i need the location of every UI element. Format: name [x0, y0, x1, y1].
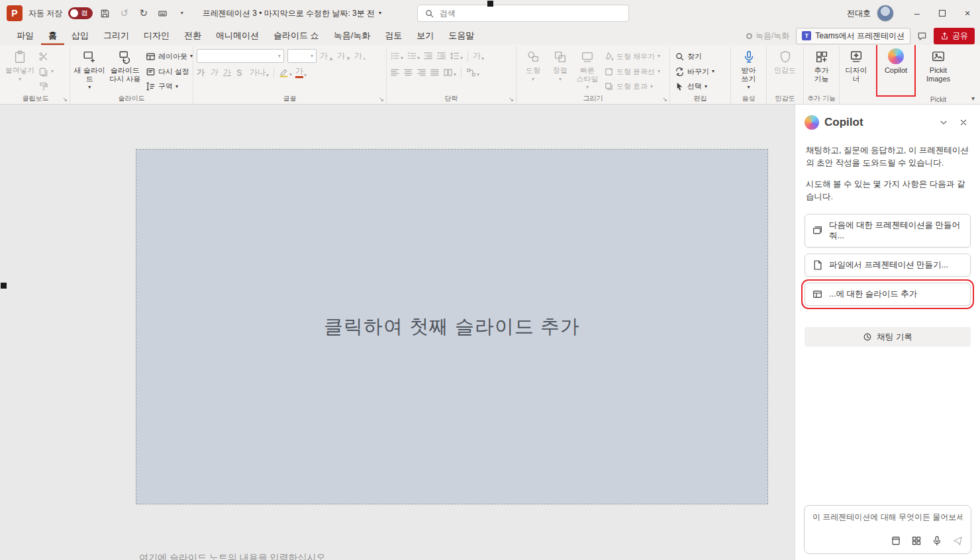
increase-font-size-button[interactable]: 가▲ — [320, 50, 334, 62]
convert-to-smartart-button[interactable]: ▾ — [466, 68, 479, 77]
shapes-button[interactable]: 도형▾ — [520, 48, 546, 93]
underline-button[interactable]: 가 — [223, 67, 233, 78]
numbering-button[interactable]: ▾ — [407, 51, 420, 61]
copilot-button[interactable]: Copilot — [880, 46, 912, 75]
text-shadow-button[interactable]: S — [236, 68, 246, 77]
group-sensitivity: 민감도 민감도 — [767, 46, 804, 104]
font-name-select[interactable]: ▾ — [197, 49, 284, 63]
columns-button[interactable]: ▾ — [443, 68, 456, 77]
align-center-button[interactable] — [403, 68, 413, 77]
dialog-launcher-icon[interactable]: ↘ — [509, 97, 514, 103]
shape-outline-button[interactable]: 도형 윤곽선▾ — [603, 65, 665, 79]
powerpoint-app-icon[interactable]: P — [7, 5, 23, 21]
tab-insert[interactable]: 삽입 — [64, 26, 96, 45]
slide[interactable]: 클릭하여 첫째 슬라이드 추가 — [136, 149, 768, 504]
bullets-button[interactable]: ▾ — [390, 51, 403, 61]
touch-mouse-mode-icon[interactable] — [156, 6, 170, 21]
line-spacing-button[interactable]: ▾ — [450, 51, 463, 61]
bold-button[interactable]: 가 — [197, 67, 207, 78]
pane-collapse-icon[interactable] — [936, 115, 951, 130]
chat-history-button[interactable]: 채팅 기록 — [805, 327, 971, 347]
insert-slide-icon[interactable] — [891, 536, 901, 548]
align-left-button[interactable] — [390, 68, 400, 77]
dialog-launcher-icon[interactable]: ↘ — [62, 97, 68, 103]
new-slide-button[interactable]: 새 슬라이드▾ — [74, 48, 106, 93]
tab-record[interactable]: 녹음/녹화 — [326, 26, 378, 45]
decrease-font-size-button[interactable]: 가▼ — [337, 50, 351, 62]
dictate-mic-icon[interactable] — [932, 536, 942, 548]
reuse-slides-button[interactable]: 슬라이드다시 사용 — [108, 48, 142, 93]
chat-input[interactable] — [812, 512, 963, 522]
tab-design[interactable]: 디자인 — [136, 26, 177, 45]
tab-help[interactable]: 도움말 — [441, 26, 481, 45]
tab-slideshow[interactable]: 슬라이드 쇼 — [266, 26, 326, 45]
increase-indent-button[interactable] — [436, 51, 446, 61]
tab-transitions[interactable]: 전환 — [177, 26, 209, 45]
align-right-button[interactable] — [416, 68, 426, 77]
copy-button[interactable]: ▾ — [37, 65, 55, 79]
apps-grid-icon[interactable] — [911, 536, 922, 548]
close-button[interactable]: × — [955, 0, 980, 26]
quick-styles-button[interactable]: 빠른스타일▾ — [574, 48, 601, 93]
tab-review[interactable]: 검토 — [377, 26, 409, 45]
present-in-teams-button[interactable]: T Teams에서 프레젠테이션 — [796, 28, 910, 44]
shape-effects-button[interactable]: 도형 효과▾ — [603, 79, 665, 93]
record-button[interactable]: 녹음/녹화 — [746, 30, 789, 42]
reset-button[interactable]: 다시 설정 — [144, 65, 189, 79]
document-title[interactable]: 프레젠테이션 3 • 마지막으로 수정한 날짜: 3분 전 ▾ — [203, 8, 381, 19]
font-color-button[interactable]: 가▾ — [295, 67, 307, 77]
avatar[interactable] — [877, 5, 894, 22]
undo-icon[interactable]: ↺ — [118, 6, 131, 21]
sensitivity-button[interactable]: 민감도 — [770, 48, 800, 93]
text-direction-button[interactable]: 가▾ — [473, 50, 484, 62]
slide-placeholder-text[interactable]: 클릭하여 첫째 슬라이드 추가 — [324, 314, 580, 340]
notes-placeholder[interactable]: 여기에 슬라이드 노트의 내용을 입력하십시오 — [139, 552, 326, 560]
share-button[interactable]: 공유 — [934, 28, 975, 44]
quick-access-chevron-icon[interactable]: ▾ — [175, 6, 189, 21]
send-icon[interactable] — [952, 536, 963, 548]
slide-editor-canvas[interactable]: 클릭하여 첫째 슬라이드 추가 여기에 슬라이드 노트의 내용을 입력하십시오 — [0, 105, 795, 560]
decrease-indent-button[interactable] — [423, 51, 433, 61]
minimize-button[interactable]: – — [905, 0, 930, 26]
justify-button[interactable] — [430, 68, 440, 77]
font-size-select[interactable]: ▾ — [287, 49, 317, 63]
tab-draw[interactable]: 그리기 — [96, 26, 136, 45]
search-input[interactable] — [440, 9, 622, 18]
cut-button[interactable] — [37, 50, 55, 64]
select-button[interactable]: 선택▾ — [673, 79, 716, 93]
tab-view[interactable]: 보기 — [409, 26, 441, 45]
replace-button[interactable]: 바꾸기▾ — [673, 65, 716, 79]
designer-button[interactable]: 디자이너 — [843, 48, 869, 93]
comments-icon[interactable] — [917, 31, 927, 41]
tab-file[interactable]: 파일 — [9, 26, 41, 45]
tab-home[interactable]: 홈 — [41, 26, 64, 45]
dialog-launcher-icon[interactable]: ↘ — [662, 97, 667, 103]
pane-close-icon[interactable] — [956, 115, 971, 130]
text-highlight-button[interactable]: ▾ — [279, 68, 292, 77]
redo-icon[interactable]: ↻ — [137, 6, 150, 21]
suggestion-create-from-file[interactable]: 파일에서 프레젠테이션 만들기... — [805, 254, 971, 277]
layout-button[interactable]: 레이아웃▾ — [144, 50, 189, 64]
save-icon[interactable] — [99, 6, 112, 21]
maximize-button[interactable] — [930, 0, 955, 26]
character-spacing-button[interactable]: 가나▾ — [250, 67, 269, 78]
section-button[interactable]: 구역▾ — [144, 79, 189, 93]
tab-animations[interactable]: 애니메이션 — [209, 26, 266, 45]
dialog-launcher-icon[interactable]: ↘ — [379, 97, 384, 103]
italic-button[interactable]: 가 — [210, 67, 220, 78]
addins-button[interactable]: 추가기능 — [807, 48, 836, 93]
suggestion-create-presentation[interactable]: 다음에 대한 프레젠테이션을 만들어 줘... — [805, 214, 971, 248]
autosave-toggle[interactable]: 켬 — [68, 7, 93, 19]
chat-input-box[interactable] — [804, 505, 971, 554]
dictate-button[interactable]: 받아쓰기▾ — [734, 48, 763, 93]
pickit-images-button[interactable]: PickitImages — [922, 48, 954, 93]
arrange-button[interactable]: 정렬▾ — [548, 48, 572, 93]
collapse-ribbon-icon[interactable]: ▾ — [971, 95, 975, 102]
suggestion-add-slide[interactable]: ...에 대한 슬라이드 추가 — [805, 283, 971, 306]
find-button[interactable]: 찾기 — [673, 50, 716, 64]
search-box[interactable] — [417, 5, 629, 22]
paste-button[interactable]: 붙여넣기▾ — [5, 48, 35, 93]
shape-fill-button[interactable]: 도형 채우기▾ — [603, 50, 665, 64]
clear-formatting-button[interactable]: 가× — [354, 50, 366, 62]
format-painter-button[interactable] — [37, 79, 55, 93]
